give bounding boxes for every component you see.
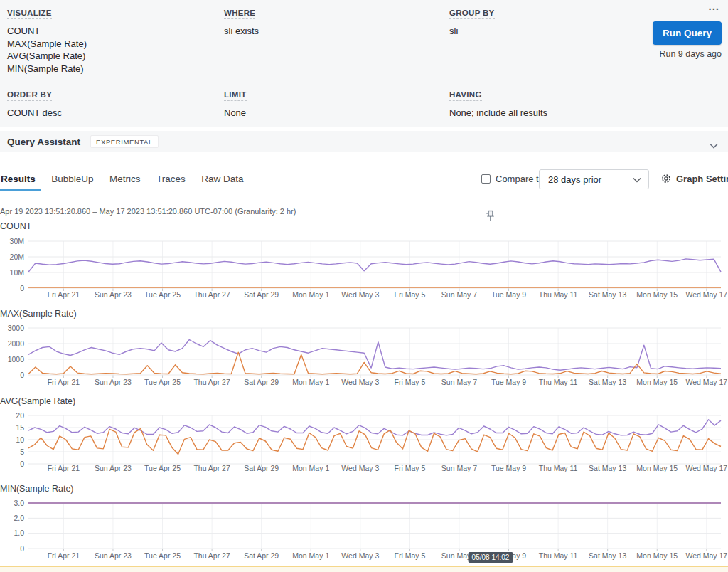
svg-text:Sun Apr 23: Sun Apr 23: [95, 551, 132, 560]
svg-text:Mon May 1: Mon May 1: [292, 551, 329, 560]
tab-rawdata[interactable]: Raw Data: [201, 168, 243, 191]
chevron-down-icon[interactable]: [710, 139, 718, 152]
svg-text:Wed May 3: Wed May 3: [341, 464, 379, 472]
query-assistant-title: Query Assistant: [7, 137, 80, 147]
visualize-item[interactable]: COUNT: [7, 25, 87, 38]
query-builder: ... VISUALIZE COUNT MAX(Sample Rate) AVG…: [0, 0, 728, 127]
svg-text:Fri May 5: Fri May 5: [395, 378, 426, 386]
svg-text:Wed May 3: Wed May 3: [341, 551, 379, 560]
order-by-section[interactable]: ORDER BY COUNT desc: [7, 88, 62, 120]
svg-text:Thu May 11: Thu May 11: [539, 551, 578, 560]
svg-text:Thu Apr 27: Thu Apr 27: [193, 551, 230, 560]
svg-text:0: 0: [20, 371, 24, 379]
svg-text:Sat Apr 29: Sat Apr 29: [244, 551, 279, 560]
where-item[interactable]: sli exists: [224, 25, 259, 38]
svg-text:2000: 2000: [8, 339, 25, 348]
tab-results[interactable]: Results: [1, 168, 36, 191]
svg-text:15: 15: [16, 423, 24, 432]
svg-text:Thu May 11: Thu May 11: [539, 378, 578, 386]
svg-text:Mon May 1: Mon May 1: [292, 464, 329, 472]
chart-avg-sample-rate[interactable]: Fri Apr 21Sun Apr 23Tue Apr 25Thu Apr 27…: [0, 410, 728, 481]
svg-text:Tue Apr 25: Tue Apr 25: [144, 551, 181, 560]
limit-section[interactable]: LIMIT None: [224, 88, 247, 120]
graph-settings-label: Graph Settings: [676, 174, 728, 184]
having-label: HAVING: [449, 90, 482, 101]
svg-text:0: 0: [20, 544, 24, 553]
svg-text:Sat May 13: Sat May 13: [589, 378, 626, 386]
svg-text:Mon May 1: Mon May 1: [292, 378, 329, 386]
having-item[interactable]: None; include all results: [449, 107, 547, 120]
tab-traces[interactable]: Traces: [156, 168, 186, 191]
crosshair-time-tooltip: 05/08 14:02: [469, 552, 513, 563]
svg-text:0: 0: [20, 460, 24, 468]
svg-text:10M: 10M: [10, 268, 24, 277]
svg-text:Tue May 9: Tue May 9: [491, 290, 526, 299]
svg-text:Fri May 5: Fri May 5: [395, 551, 426, 560]
chart-count[interactable]: Fri Apr 21Sun Apr 23Tue Apr 25Thu Apr 27…: [0, 235, 728, 306]
svg-text:0: 0: [20, 284, 24, 292]
svg-text:Wed May 17: Wed May 17: [685, 464, 727, 472]
visualize-item[interactable]: AVG(Sample Rate): [7, 50, 87, 63]
chart-max-sample-rate[interactable]: Fri Apr 21Sun Apr 23Tue Apr 25Thu Apr 27…: [0, 322, 728, 393]
svg-text:Sat May 13: Sat May 13: [589, 290, 626, 299]
tab-metrics[interactable]: Metrics: [109, 168, 141, 191]
limit-item[interactable]: None: [224, 107, 247, 120]
svg-text:Wed May 17: Wed May 17: [685, 290, 727, 299]
active-tab-underline: [0, 189, 41, 191]
svg-text:Mon May 15: Mon May 15: [636, 464, 678, 472]
svg-text:Wed May 17: Wed May 17: [685, 551, 727, 560]
svg-text:5: 5: [20, 447, 24, 456]
having-section[interactable]: HAVING None; include all results: [449, 88, 547, 120]
chart-min-sample-rate[interactable]: Fri Apr 21Sun Apr 23Tue Apr 25Thu Apr 27…: [0, 497, 728, 568]
chevron-down-icon: [633, 177, 641, 183]
compare-period-select[interactable]: 28 days prior: [539, 169, 649, 189]
svg-text:3.0: 3.0: [14, 499, 24, 507]
chart-title-max: MAX(Sample Rate): [0, 309, 77, 319]
group-by-label: GROUP BY: [449, 9, 495, 19]
query-menu-button[interactable]: ...: [708, 0, 719, 12]
tab-bubbleup[interactable]: BubbleUp: [51, 168, 93, 191]
group-by-section[interactable]: GROUP BY sli: [449, 6, 495, 38]
last-run-status: Run 9 days ago: [659, 49, 722, 59]
where-label: WHERE: [224, 9, 255, 19]
visualize-label: VISUALIZE: [7, 9, 52, 19]
group-by-item[interactable]: sli: [449, 25, 495, 38]
tab-results-label: Results: [1, 174, 36, 184]
crosshair-line: [491, 222, 491, 564]
svg-text:3000: 3000: [8, 324, 25, 332]
svg-text:Tue May 9: Tue May 9: [491, 464, 526, 472]
svg-text:Sat May 13: Sat May 13: [589, 464, 626, 472]
svg-text:Sat Apr 29: Sat Apr 29: [244, 378, 279, 386]
svg-text:1000: 1000: [8, 355, 25, 364]
time-range-header: Apr 19 2023 13:51:20.860 – May 17 2023 1…: [0, 207, 296, 216]
svg-text:Sun May 7: Sun May 7: [441, 290, 477, 299]
run-query-button[interactable]: Run Query: [653, 21, 722, 45]
svg-text:2.0: 2.0: [14, 514, 24, 522]
visualize-item[interactable]: MAX(Sample Rate): [7, 38, 87, 51]
svg-text:Tue Apr 25: Tue Apr 25: [144, 290, 181, 299]
svg-text:Sat Apr 29: Sat Apr 29: [244, 464, 279, 472]
compare-to-label: Compare to: [496, 174, 544, 184]
svg-text:Wed May 17: Wed May 17: [685, 378, 727, 386]
svg-text:Thu May 11: Thu May 11: [539, 290, 578, 299]
graph-settings-button[interactable]: Graph Settings: [660, 173, 728, 184]
svg-text:20M: 20M: [10, 253, 24, 261]
visualize-item[interactable]: MIN(Sample Rate): [7, 63, 87, 75]
svg-text:Tue Apr 25: Tue Apr 25: [144, 378, 181, 386]
svg-text:Sun Apr 23: Sun Apr 23: [95, 464, 132, 472]
compare-to-checkbox[interactable]: [481, 174, 491, 184]
limit-label: LIMIT: [224, 90, 247, 101]
svg-text:Thu Apr 27: Thu Apr 27: [193, 464, 230, 472]
chart-title-min: MIN(Sample Rate): [0, 484, 74, 494]
svg-text:Fri Apr 21: Fri Apr 21: [48, 464, 80, 472]
svg-text:Wed May 3: Wed May 3: [341, 378, 379, 386]
svg-text:30M: 30M: [10, 237, 24, 245]
visualize-section[interactable]: VISUALIZE COUNT MAX(Sample Rate) AVG(Sam…: [7, 6, 87, 75]
query-assistant-bar[interactable]: Query Assistant EXPERIMENTAL: [0, 131, 728, 152]
svg-text:Fri Apr 21: Fri Apr 21: [48, 378, 80, 386]
summary-row-highlight[interactable]: [0, 566, 728, 572]
where-section[interactable]: WHERE sli exists: [224, 6, 259, 38]
pushpin-icon[interactable]: [484, 209, 497, 225]
order-by-item[interactable]: COUNT desc: [7, 107, 62, 120]
svg-text:Mon May 15: Mon May 15: [636, 551, 678, 560]
